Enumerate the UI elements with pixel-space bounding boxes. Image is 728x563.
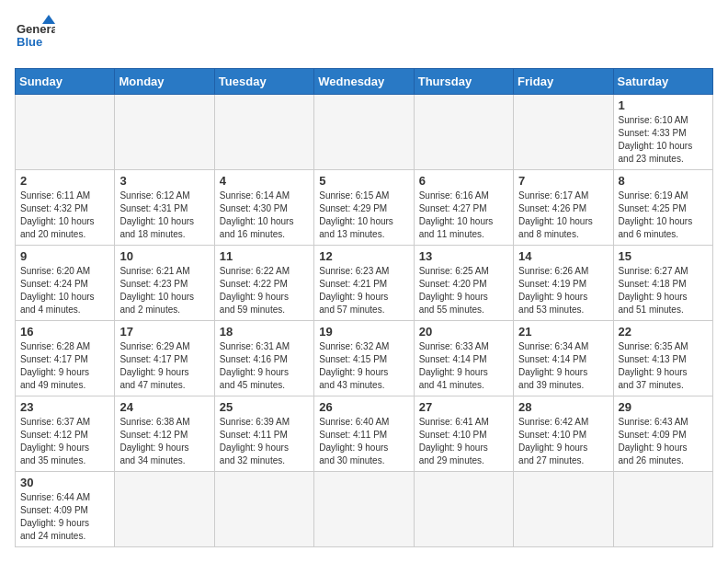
day-number: 19 — [319, 325, 408, 339]
calendar-cell: 15Sunrise: 6:27 AM Sunset: 4:18 PM Dayli… — [613, 246, 712, 321]
calendar-cell: 16Sunrise: 6:28 AM Sunset: 4:17 PM Dayli… — [16, 321, 115, 396]
calendar-cell — [314, 472, 414, 547]
svg-marker-2 — [42, 15, 55, 24]
weekday-header: Tuesday — [214, 69, 313, 95]
day-number: 23 — [20, 400, 109, 414]
calendar-cell — [16, 95, 115, 170]
day-info: Sunrise: 6:33 AM Sunset: 4:14 PM Dayligh… — [419, 340, 508, 392]
calendar-cell: 28Sunrise: 6:42 AM Sunset: 4:10 PM Dayli… — [514, 396, 613, 472]
day-info: Sunrise: 6:15 AM Sunset: 4:29 PM Dayligh… — [319, 190, 408, 241]
calendar-cell: 4Sunrise: 6:14 AM Sunset: 4:30 PM Daylig… — [214, 170, 313, 246]
day-info: Sunrise: 6:29 AM Sunset: 4:17 PM Dayligh… — [119, 340, 209, 392]
calendar-cell: 29Sunrise: 6:43 AM Sunset: 4:09 PM Dayli… — [613, 396, 712, 472]
calendar-cell: 9Sunrise: 6:20 AM Sunset: 4:24 PM Daylig… — [16, 246, 115, 321]
calendar-cell: 26Sunrise: 6:40 AM Sunset: 4:11 PM Dayli… — [314, 396, 414, 472]
day-info: Sunrise: 6:40 AM Sunset: 4:11 PM Dayligh… — [319, 416, 408, 467]
day-info: Sunrise: 6:16 AM Sunset: 4:27 PM Dayligh… — [419, 190, 508, 241]
header: General Blue — [15, 15, 713, 59]
day-info: Sunrise: 6:17 AM Sunset: 4:26 PM Dayligh… — [518, 190, 608, 241]
day-info: Sunrise: 6:14 AM Sunset: 4:30 PM Dayligh… — [220, 190, 309, 241]
calendar-cell: 10Sunrise: 6:21 AM Sunset: 4:23 PM Dayli… — [115, 246, 214, 321]
calendar-cell — [414, 472, 513, 547]
calendar-cell: 17Sunrise: 6:29 AM Sunset: 4:17 PM Dayli… — [115, 321, 214, 396]
day-number: 1 — [619, 98, 708, 112]
day-number: 30 — [20, 476, 109, 489]
calendar-cell: 23Sunrise: 6:37 AM Sunset: 4:12 PM Dayli… — [16, 396, 115, 472]
day-number: 17 — [119, 325, 209, 339]
day-info: Sunrise: 6:44 AM Sunset: 4:09 PM Dayligh… — [20, 491, 109, 543]
calendar-cell: 12Sunrise: 6:23 AM Sunset: 4:21 PM Dayli… — [314, 246, 414, 321]
calendar-cell — [214, 472, 313, 547]
day-info: Sunrise: 6:23 AM Sunset: 4:21 PM Dayligh… — [319, 265, 408, 316]
day-info: Sunrise: 6:10 AM Sunset: 4:33 PM Dayligh… — [619, 114, 708, 166]
calendar-cell: 7Sunrise: 6:17 AM Sunset: 4:26 PM Daylig… — [514, 170, 613, 246]
calendar-cell: 30Sunrise: 6:44 AM Sunset: 4:09 PM Dayli… — [16, 472, 115, 547]
calendar-cell — [514, 95, 613, 170]
calendar-cell: 11Sunrise: 6:22 AM Sunset: 4:22 PM Dayli… — [214, 246, 313, 321]
day-info: Sunrise: 6:21 AM Sunset: 4:23 PM Dayligh… — [119, 265, 209, 316]
day-number: 2 — [20, 174, 109, 188]
weekday-header: Wednesday — [314, 69, 414, 95]
day-info: Sunrise: 6:20 AM Sunset: 4:24 PM Dayligh… — [20, 265, 109, 316]
calendar-cell — [314, 95, 414, 170]
weekday-header: Saturday — [613, 69, 712, 95]
calendar-cell: 22Sunrise: 6:35 AM Sunset: 4:13 PM Dayli… — [613, 321, 712, 396]
day-number: 11 — [220, 249, 309, 263]
day-info: Sunrise: 6:27 AM Sunset: 4:18 PM Dayligh… — [619, 265, 708, 316]
weekday-header: Friday — [514, 69, 613, 95]
calendar-cell: 24Sunrise: 6:38 AM Sunset: 4:12 PM Dayli… — [115, 396, 214, 472]
weekday-header: Sunday — [16, 69, 115, 95]
day-number: 18 — [220, 325, 309, 339]
day-number: 29 — [619, 400, 708, 414]
day-number: 28 — [518, 400, 608, 414]
day-number: 14 — [518, 249, 608, 263]
day-info: Sunrise: 6:12 AM Sunset: 4:31 PM Dayligh… — [119, 190, 209, 241]
calendar-cell: 13Sunrise: 6:25 AM Sunset: 4:20 PM Dayli… — [414, 246, 513, 321]
calendar-cell: 8Sunrise: 6:19 AM Sunset: 4:25 PM Daylig… — [613, 170, 712, 246]
day-info: Sunrise: 6:28 AM Sunset: 4:17 PM Dayligh… — [20, 340, 109, 392]
day-info: Sunrise: 6:22 AM Sunset: 4:22 PM Dayligh… — [220, 265, 309, 316]
day-info: Sunrise: 6:31 AM Sunset: 4:16 PM Dayligh… — [220, 340, 309, 392]
day-number: 5 — [319, 174, 408, 188]
day-info: Sunrise: 6:26 AM Sunset: 4:19 PM Dayligh… — [518, 265, 608, 316]
day-info: Sunrise: 6:43 AM Sunset: 4:09 PM Dayligh… — [619, 416, 708, 467]
day-number: 21 — [518, 325, 608, 339]
calendar-cell: 18Sunrise: 6:31 AM Sunset: 4:16 PM Dayli… — [214, 321, 313, 396]
calendar-cell: 19Sunrise: 6:32 AM Sunset: 4:15 PM Dayli… — [314, 321, 414, 396]
day-number: 13 — [419, 249, 508, 263]
day-number: 24 — [119, 400, 209, 414]
day-number: 12 — [319, 249, 408, 263]
calendar-cell — [514, 472, 613, 547]
calendar-cell: 6Sunrise: 6:16 AM Sunset: 4:27 PM Daylig… — [414, 170, 513, 246]
calendar-cell — [414, 95, 513, 170]
calendar-cell — [613, 472, 712, 547]
calendar-cell — [115, 472, 214, 547]
day-number: 9 — [20, 249, 109, 263]
day-info: Sunrise: 6:25 AM Sunset: 4:20 PM Dayligh… — [419, 265, 508, 316]
calendar-cell: 5Sunrise: 6:15 AM Sunset: 4:29 PM Daylig… — [314, 170, 414, 246]
calendar-cell — [214, 95, 313, 170]
day-info: Sunrise: 6:19 AM Sunset: 4:25 PM Dayligh… — [619, 190, 708, 241]
weekday-header: Thursday — [414, 69, 513, 95]
calendar-cell: 25Sunrise: 6:39 AM Sunset: 4:11 PM Dayli… — [214, 396, 313, 472]
calendar-cell: 14Sunrise: 6:26 AM Sunset: 4:19 PM Dayli… — [514, 246, 613, 321]
day-number: 4 — [220, 174, 309, 188]
day-number: 3 — [119, 174, 209, 188]
calendar-cell: 2Sunrise: 6:11 AM Sunset: 4:32 PM Daylig… — [16, 170, 115, 246]
day-number: 20 — [419, 325, 508, 339]
calendar-cell: 1Sunrise: 6:10 AM Sunset: 4:33 PM Daylig… — [613, 95, 712, 170]
day-info: Sunrise: 6:35 AM Sunset: 4:13 PM Dayligh… — [619, 340, 708, 392]
day-info: Sunrise: 6:42 AM Sunset: 4:10 PM Dayligh… — [518, 416, 608, 467]
logo-icon: General Blue — [15, 15, 55, 59]
calendar-header: SundayMondayTuesdayWednesdayThursdayFrid… — [16, 69, 713, 95]
day-number: 26 — [319, 400, 408, 414]
svg-text:General: General — [17, 22, 55, 36]
day-number: 6 — [419, 174, 508, 188]
day-number: 15 — [619, 249, 708, 263]
calendar-cell: 20Sunrise: 6:33 AM Sunset: 4:14 PM Dayli… — [414, 321, 513, 396]
day-info: Sunrise: 6:34 AM Sunset: 4:14 PM Dayligh… — [518, 340, 608, 392]
day-number: 8 — [619, 174, 708, 188]
weekday-header: Monday — [115, 69, 214, 95]
day-number: 25 — [220, 400, 309, 414]
calendar-body: 1Sunrise: 6:10 AM Sunset: 4:33 PM Daylig… — [16, 95, 713, 547]
